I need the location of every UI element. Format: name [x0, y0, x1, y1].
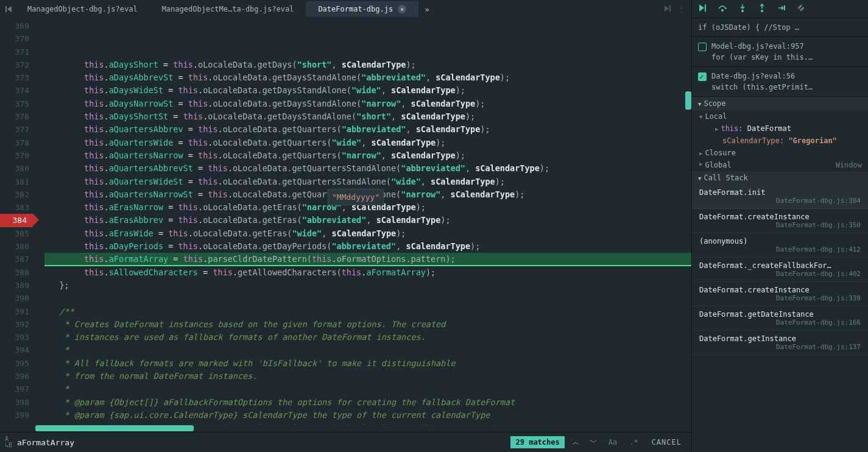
callstack-frame[interactable]: DateFormat._createFallbackFor…DateFormat… [692, 258, 868, 282]
line-number[interactable]: 374 [0, 84, 29, 97]
code-line[interactable]: * [44, 344, 691, 356]
line-number[interactable]: 372 [0, 58, 29, 71]
scope-global[interactable]: ▶GlobalWindow [692, 159, 868, 171]
line-number[interactable]: 377 [0, 123, 29, 136]
scope-local[interactable]: ▼Local [692, 110, 868, 122]
line-number[interactable]: 391 [0, 305, 29, 318]
step-icon[interactable] [777, 4, 786, 14]
tab-1[interactable]: ManagedObjectMe…ta-dbg.js?eval [150, 1, 306, 18]
line-number[interactable]: 395 [0, 357, 29, 370]
line-number[interactable]: 394 [0, 344, 29, 356]
code-line[interactable]: this.aQuartersWide = this.oLocaleData.ge… [44, 136, 691, 149]
code-line[interactable]: * instances are used as fallback formats… [44, 331, 691, 344]
code-editor[interactable]: 3693703713723733743753763773783793803813… [0, 18, 691, 425]
line-number[interactable]: 387 [0, 253, 29, 266]
tab-overflow-icon[interactable]: » [418, 5, 436, 14]
code-line[interactable]: /** [44, 305, 691, 318]
code-line[interactable]: this.aDaysShortSt = this.oLocaleData.get… [44, 110, 691, 123]
line-number[interactable]: 389 [0, 279, 29, 292]
regex-toggle[interactable]: .* [626, 437, 641, 448]
tab-menu-icon[interactable]: ⋮ [677, 4, 685, 15]
callstack-frame[interactable]: DateFormat.getDateInstanceDateFormat-dbg… [692, 306, 868, 331]
tab-nav-prev-icon[interactable] [3, 3, 15, 15]
case-sensitive-toggle[interactable]: Aa [605, 437, 621, 448]
code-line[interactable]: this.aQuartersWideSt = this.oLocaleData.… [44, 175, 691, 188]
line-number[interactable]: 381 [0, 175, 29, 188]
callstack-frame[interactable]: DateFormat.initDateFormat-dbg.js:384 [692, 185, 868, 209]
search-mode-icon[interactable]: A↳B [5, 436, 12, 448]
code-line[interactable]: this.aDaysShort = this.oLocaleData.getDa… [44, 58, 691, 71]
callstack-frame[interactable]: DateFormat.getInstanceDateFormat-dbg.js:… [692, 331, 868, 355]
scope-this[interactable]: ▶this: DateFormat [692, 122, 868, 135]
line-number[interactable]: 386 [0, 240, 29, 253]
code-line[interactable]: this.sAllowedCharacters = this.getAllowe… [44, 266, 691, 279]
line-number[interactable]: 371 [0, 46, 29, 58]
code-line[interactable]: this.aDaysNarrowSt = this.oLocaleData.ge… [44, 97, 691, 110]
breakpoint-item[interactable]: Model-dbg.js?eval:957 for (var sKey in t… [692, 37, 868, 67]
line-number[interactable]: 396 [0, 370, 29, 383]
callstack-frame[interactable]: DateFormat.createInstanceDateFormat-dbg.… [692, 282, 868, 306]
scope-closure[interactable]: ▶Closure [692, 147, 868, 159]
line-number[interactable]: 370 [0, 32, 29, 45]
callstack-frame[interactable]: (anonymous)DateFormat-dbg.js:412 [692, 233, 868, 258]
code-line[interactable]: this.aDayPeriods = this.oLocaleData.getD… [44, 240, 691, 253]
line-number[interactable]: 375 [0, 97, 29, 110]
horizontal-scrollbar-thumb[interactable] [35, 425, 194, 431]
step-over-icon[interactable] [718, 4, 727, 14]
breakpoint-item[interactable]: Date-dbg.js?eval:56 switch (this.getPrim… [692, 67, 868, 97]
line-number[interactable]: 376 [0, 110, 29, 123]
cancel-button[interactable]: CANCEL [647, 438, 686, 447]
scope-section-header[interactable]: ▼Scope [692, 97, 868, 110]
code-line[interactable]: * Creates DateFormat instances based on … [44, 318, 691, 331]
deactivate-breakpoints-icon[interactable] [797, 4, 805, 14]
step-into-icon[interactable] [738, 4, 747, 14]
code-line[interactable]: }; [44, 279, 691, 292]
code-line[interactable]: * @param {Object[]} aFallbackFormatOptio… [44, 396, 691, 409]
line-number[interactable]: 383 [0, 201, 29, 214]
close-tab-icon[interactable]: × [398, 5, 406, 13]
code-line[interactable]: this.aDaysWideSt = this.oLocaleData.getD… [44, 84, 691, 97]
search-input[interactable] [17, 438, 506, 447]
tab-2[interactable]: DateFormat-dbg.js× [306, 1, 418, 18]
tab-nav-next-icon[interactable] [663, 4, 671, 15]
line-number[interactable]: 378 [0, 136, 29, 149]
line-number[interactable]: 369 [0, 19, 29, 32]
line-number[interactable]: 373 [0, 71, 29, 84]
vertical-scrollbar-thumb[interactable] [685, 91, 691, 110]
callstack-frame[interactable]: DateFormat.createInstanceDateFormat-dbg.… [692, 209, 868, 233]
resume-icon[interactable] [698, 4, 707, 14]
line-number[interactable]: 393 [0, 331, 29, 344]
breakpoint-checkbox[interactable] [698, 43, 707, 51]
code-line[interactable]: * All fallback formats are marked with '… [44, 357, 691, 370]
search-prev-icon[interactable]: ︿ [570, 436, 582, 449]
code-line[interactable]: this.aQuartersAbbrev = this.oLocaleData.… [44, 123, 691, 136]
breakpoint-checkbox[interactable] [698, 72, 707, 81]
step-out-icon[interactable] [758, 4, 766, 14]
line-number[interactable]: 392 [0, 318, 29, 331]
horizontal-scrollbar[interactable] [0, 425, 691, 432]
code-line[interactable]: this.aQuartersAbbrevSt = this.oLocaleDat… [44, 162, 691, 175]
code-line[interactable] [44, 292, 691, 305]
line-number[interactable]: 397 [0, 383, 29, 395]
line-number[interactable]: 380 [0, 162, 29, 175]
line-number[interactable]: 379 [0, 149, 29, 162]
tab-0[interactable]: ManagedObject-dbg.js?eval [15, 1, 150, 18]
code-line[interactable]: * @param {sap.ui.core.CalendarType} sCal… [44, 409, 691, 422]
code-line[interactable]: this.aErasWide = this.oLocaleData.getEra… [44, 227, 691, 240]
line-number[interactable]: 388 [0, 266, 29, 279]
code-line[interactable]: * [44, 383, 691, 395]
line-number[interactable]: 382 [0, 188, 29, 201]
line-number[interactable]: 390 [0, 292, 29, 305]
code-line[interactable]: this.aErasAbbrev = this.oLocaleData.getE… [44, 214, 691, 227]
code-line[interactable]: this.aQuartersNarrow = this.oLocaleData.… [44, 149, 691, 162]
callstack-section-header[interactable]: ▼Call Stack [692, 171, 868, 185]
code-line[interactable]: * from the normal DateFormat instances. [44, 370, 691, 383]
code-line[interactable]: this.aDaysAbbrevSt = this.oLocaleData.ge… [44, 71, 691, 84]
line-number[interactable]: 385 [0, 227, 29, 240]
line-number[interactable]: 399 [0, 409, 29, 422]
code-line[interactable]: this.aFormatArray = this.parseCldrDatePa… [44, 253, 691, 266]
line-number[interactable]: 384 [0, 214, 33, 227]
search-next-icon[interactable]: ﹀ [587, 436, 600, 449]
code-content[interactable]: this.aDaysShort = this.oLocaleData.getDa… [35, 18, 691, 425]
line-number[interactable]: 398 [0, 396, 29, 409]
